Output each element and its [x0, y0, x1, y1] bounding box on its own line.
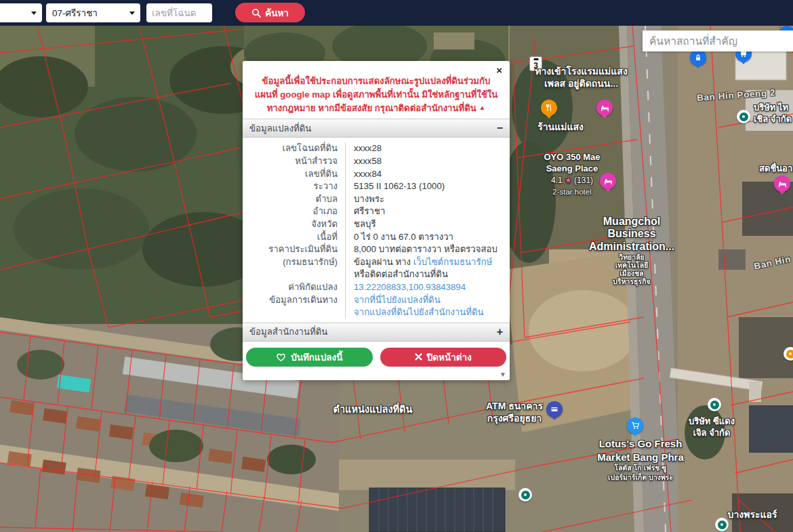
dot-icon [718, 520, 727, 529]
atm-marker[interactable] [546, 401, 563, 417]
lotus-cart-marker[interactable] [627, 417, 643, 434]
seedang-marker[interactable] [708, 398, 721, 411]
lock-marker[interactable] [690, 49, 706, 66]
atm-label: ATM ธนาคาร กรุงศรีอยุธยา [474, 400, 554, 424]
office-section-title: ข้อมูลสำนักงานที่ดิน [249, 325, 327, 339]
dot-icon [710, 401, 719, 409]
bed-icon [778, 180, 787, 188]
branch-select[interactable]: 07-ศรีราชา [46, 3, 140, 22]
region-select[interactable] [0, 3, 42, 22]
parcel-position-label: ตำแหน่งแปลงที่ดิน [319, 403, 427, 416]
sodchuen-label: สดชื่นอา [759, 163, 792, 175]
fork-knife-icon [545, 104, 553, 112]
expand-icon[interactable]: + [497, 327, 503, 337]
bangphra-air-marker[interactable] [715, 518, 729, 531]
map-canvas[interactable]: 3 ทางเข้าโรงแรมแม่แสง เพลส อยู่ติดถนน...… [0, 26, 793, 532]
price-row: ราคาประเมินที่ดิน (กรมธนารักษ์) 8,000 บา… [243, 243, 503, 281]
seedang-label: บริษัท ซีแดง เจิล จำกัด [668, 416, 756, 439]
field-row: จังหวัดชลบุรี [243, 218, 503, 231]
company-top-label: บริษัท ไท เชิล จำกัด [754, 102, 792, 125]
white-poi-marker[interactable] [518, 488, 532, 502]
muangchol-label: Muangchol Business Administration... วิท… [581, 216, 683, 285]
deed-number-input[interactable] [146, 3, 212, 22]
directions-to-parcel-link[interactable]: จากที่นี่ไปยังแปลงที่ดิน [354, 295, 441, 305]
atm-card-icon [550, 405, 558, 413]
x-icon [415, 353, 422, 361]
sodchuen-hotel-marker[interactable] [774, 176, 790, 192]
parcel-info-popup: × ข้อมูลนี้เพื่อใช้ประกอบการแสดงลักษณะรู… [243, 61, 510, 380]
dot-icon [739, 112, 748, 121]
parcel-coordinates-link[interactable]: 13.22208833,100.93843894 [354, 282, 466, 292]
shopping-cart-icon [631, 422, 640, 430]
company-top-marker[interactable] [737, 110, 750, 123]
chevron-down-icon [129, 12, 135, 15]
restaurant-marker[interactable] [541, 100, 557, 116]
close-window-button[interactable]: ปิดหน้าต่าง [380, 348, 507, 367]
hotel-marker[interactable] [596, 100, 613, 116]
field-row: ตำบลบางพระ [243, 193, 503, 206]
dot-icon [521, 491, 530, 499]
oyo-hotel-marker[interactable] [600, 173, 616, 189]
oyo-label: OYO 350 Mae Saeng Place 4.1 ★ (131) 2-st… [535, 152, 609, 198]
heart-icon [276, 352, 286, 362]
coordinates-row: ค่าพิกัดแปลง 13.22208833,100.93843894 [243, 281, 503, 294]
bed-icon [604, 177, 613, 185]
padlock-icon [694, 54, 702, 62]
search-icon [251, 8, 261, 18]
lotus-label: Lotus's Go Fresh Market Bang Phra โลตัส … [580, 437, 702, 482]
dot-icon [786, 350, 793, 359]
bed-icon [601, 104, 609, 112]
popup-buttons: บันทึกแปลงนี้ ปิดหน้าต่าง [243, 342, 510, 367]
hotel-entrance-label: ทางเข้าโรงแรมแม่แสง เพลส อยู่ติดถนน... [518, 65, 644, 89]
directions-to-office-link[interactable]: จากแปลงที่ดินไปยังสำนักงานที่ดิน [354, 307, 484, 317]
legal-warning-text: ข้อมูลนี้เพื่อใช้ประกอบการแสดงลักษณะรูปแ… [252, 75, 500, 115]
scroll-down-arrow[interactable]: ▼ [500, 371, 506, 378]
rating-star-icon: ★ [565, 176, 572, 185]
save-parcel-button[interactable]: บันทึกแปลงนี้ [246, 348, 373, 367]
field-row: อำเภอศรีราชา [243, 205, 503, 218]
popup-close-button[interactable]: × [495, 64, 504, 77]
parcel-fields: เลขโฉนดที่ดินxxxx28 หน้าสำรวจxxxx58 เลขท… [243, 138, 510, 322]
orange-dot-marker[interactable] [784, 347, 793, 361]
field-row: เนื้อที่0 ไร่ 0 งาน 67.0 ตารางวา [243, 231, 503, 244]
mae-saeng-shop-label: ร้านแม่แสง [523, 121, 598, 133]
field-row: ระวาง5135 II 1062-13 (1000) [243, 180, 503, 193]
search-button[interactable]: ค้นหา [235, 3, 305, 22]
office-section-header[interactable]: ข้อมูลสำนักงานที่ดิน + [243, 323, 510, 342]
map-search-input[interactable] [643, 30, 793, 52]
travel-row: ข้อมูลการเดินทาง จากที่นี่ไปยังแปลงที่ดิ… [243, 294, 503, 319]
chevron-down-icon [31, 12, 37, 15]
parcel-section-header[interactable]: ข้อมูลแปลงที่ดิน − [243, 119, 510, 138]
treasury-website-link[interactable]: เว็บไซต์กรมธนารักษ์ [413, 257, 492, 267]
field-row: หน้าสำรวจxxxx58 [243, 155, 503, 168]
field-row: เลขโฉนดที่ดินxxxx28 [243, 142, 503, 155]
field-row: เลขที่ดินxxxx84 [243, 168, 503, 181]
parcel-section-title: ข้อมูลแปลงที่ดิน [249, 121, 311, 136]
warning-triangle-icon: ▲ [479, 104, 485, 111]
collapse-icon[interactable]: − [497, 123, 503, 134]
search-toolbar: 07-ศรีราชา ค้นหา [0, 0, 793, 26]
